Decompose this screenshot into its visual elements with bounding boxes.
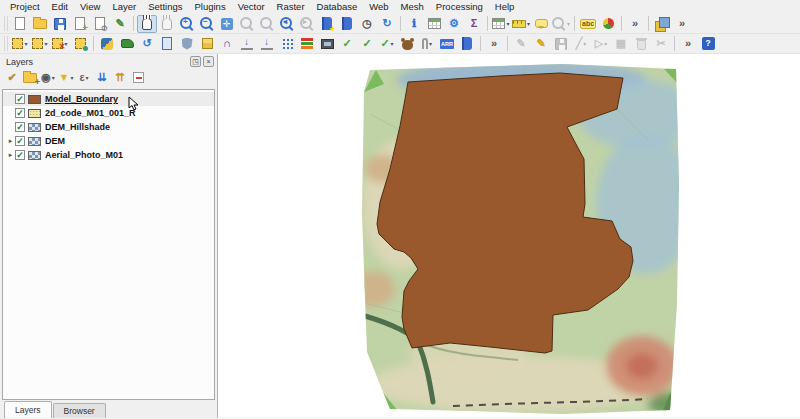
toolbar-handle[interactable] bbox=[4, 16, 8, 31]
menu-mesh[interactable]: Mesh bbox=[395, 0, 430, 14]
plugin-document[interactable] bbox=[157, 35, 177, 53]
zoom-full-extent[interactable] bbox=[217, 15, 237, 33]
panel-close-icon[interactable]: × bbox=[203, 56, 214, 67]
manage-map-themes[interactable]: ◉▾ bbox=[39, 69, 57, 87]
zoom-last[interactable]: ◂ bbox=[277, 15, 297, 33]
plugin-shield[interactable] bbox=[177, 35, 197, 53]
layer-label[interactable]: DEM bbox=[45, 136, 65, 146]
layer-row-dem_hillshade[interactable]: ✓DEM_Hillshade bbox=[3, 120, 214, 134]
save-layer-edits[interactable] bbox=[551, 35, 571, 53]
layer-labeling-options[interactable]: abc bbox=[578, 15, 598, 33]
layer-row-2d_code_m01_001_r[interactable]: ✓2d_code_M01_001_R bbox=[3, 106, 214, 120]
plugin-paperclip-dropdown-icon[interactable]: ▾ bbox=[429, 40, 432, 47]
toolbar-overflow-1[interactable]: » bbox=[625, 15, 645, 33]
layer-row-aerial_photo_m01[interactable]: ▸✓Aerial_Photo_M01 bbox=[3, 148, 214, 162]
menu-layer[interactable]: Layer bbox=[106, 0, 142, 14]
georeferencer[interactable]: ∩ bbox=[217, 35, 237, 53]
layer-visibility-checkbox[interactable]: ✓ bbox=[15, 94, 25, 104]
add-layer[interactable] bbox=[652, 15, 672, 33]
remove-layer[interactable] bbox=[129, 69, 147, 87]
menu-raster[interactable]: Raster bbox=[271, 0, 311, 14]
layer-diagram-options[interactable] bbox=[598, 15, 618, 33]
toolbar-overflow-2[interactable]: » bbox=[672, 15, 692, 33]
save-project[interactable] bbox=[50, 15, 70, 33]
measure-dropdown-icon[interactable]: ▾ bbox=[527, 20, 530, 27]
plugin-screen-capture[interactable] bbox=[317, 35, 337, 53]
panel-float-icon[interactable]: ◳ bbox=[190, 56, 201, 67]
select-features[interactable]: ▾ bbox=[10, 35, 30, 53]
layer-label[interactable]: Aerial_Photo_M01 bbox=[45, 150, 123, 160]
geometry-check-3-dropdown-icon[interactable]: ▾ bbox=[391, 40, 394, 47]
grass-tools[interactable] bbox=[117, 35, 137, 53]
add-group[interactable] bbox=[21, 69, 39, 87]
layer-row-dem[interactable]: ▸✓DEM bbox=[3, 134, 214, 148]
filter-by-expression[interactable]: ε▾ bbox=[75, 69, 93, 87]
new-spatial-bookmark[interactable] bbox=[317, 15, 337, 33]
menu-processing[interactable]: Processing bbox=[430, 0, 489, 14]
layer-visibility-checkbox[interactable]: ✓ bbox=[15, 150, 25, 160]
map-tips[interactable] bbox=[531, 15, 551, 33]
digitize-with-segment[interactable]: ╱▾ bbox=[571, 35, 591, 53]
menu-settings[interactable]: Settings bbox=[142, 0, 188, 14]
select-features-dropdown-icon[interactable]: ▾ bbox=[24, 40, 27, 47]
layer-row-model_boundary[interactable]: ✓Model_Boundary bbox=[3, 92, 214, 106]
menu-plugins[interactable]: Plugins bbox=[188, 0, 231, 14]
cut-features[interactable]: ✂ bbox=[651, 35, 671, 53]
show-layout-manager[interactable] bbox=[90, 15, 110, 33]
attribute-table-tools[interactable]: ▾ bbox=[491, 15, 511, 33]
zoom-to-selection[interactable] bbox=[237, 15, 257, 33]
toolbar-handle[interactable] bbox=[4, 36, 8, 51]
layer-label[interactable]: 2d_code_M01_001_R bbox=[45, 108, 136, 118]
plugin-import[interactable] bbox=[257, 35, 277, 53]
processing-toolbox[interactable]: ⚙ bbox=[444, 15, 464, 33]
new-project[interactable] bbox=[10, 15, 30, 33]
menu-project[interactable]: Project bbox=[4, 0, 46, 14]
pan-map[interactable] bbox=[137, 15, 157, 33]
zoom-in[interactable]: + bbox=[177, 15, 197, 33]
map-canvas[interactable] bbox=[218, 54, 800, 418]
help-plugin[interactable]: ? bbox=[698, 35, 718, 53]
refresh-map[interactable]: ↻ bbox=[377, 15, 397, 33]
plugin-bear[interactable] bbox=[397, 35, 417, 53]
zoom-to-layer[interactable] bbox=[257, 15, 277, 33]
collapse-all[interactable]: ⇈ bbox=[111, 69, 129, 87]
menu-edit[interactable]: Edit bbox=[46, 0, 74, 14]
show-spatial-bookmarks[interactable] bbox=[337, 15, 357, 33]
layer-expander-icon[interactable]: ▸ bbox=[6, 137, 15, 145]
menu-database[interactable]: Database bbox=[311, 0, 364, 14]
geometry-check-3[interactable]: ✓▾ bbox=[377, 35, 397, 53]
plugin-arr[interactable]: ARR bbox=[437, 35, 457, 53]
python-console[interactable] bbox=[97, 35, 117, 53]
layer-visibility-checkbox[interactable]: ✓ bbox=[15, 136, 25, 146]
statistical-summary[interactable]: Σ bbox=[464, 15, 484, 33]
tab-layers[interactable]: Layers bbox=[4, 401, 52, 418]
select-features-by-value-dropdown-icon[interactable]: ▾ bbox=[44, 40, 47, 47]
expand-all[interactable]: ⇊ bbox=[93, 69, 111, 87]
plugin-cube[interactable] bbox=[197, 35, 217, 53]
vertex-tool-dropdown-icon[interactable]: ▾ bbox=[604, 40, 607, 47]
plugin-blue-doc[interactable] bbox=[457, 35, 477, 53]
zoom-out[interactable]: − bbox=[197, 15, 217, 33]
style-manager[interactable]: ✎ bbox=[110, 15, 130, 33]
menu-help[interactable]: Help bbox=[489, 0, 521, 14]
identify-features[interactable]: ℹ bbox=[404, 15, 424, 33]
open-layer-styling[interactable]: ✔ bbox=[3, 69, 21, 87]
filter-by-expression-dropdown-icon[interactable]: ▾ bbox=[86, 74, 89, 81]
vertex-tool[interactable]: ▷▾ bbox=[591, 35, 611, 53]
menu-web[interactable]: Web bbox=[363, 0, 394, 14]
plugin-paperclip[interactable]: ▾ bbox=[417, 35, 437, 53]
temporal-controller[interactable]: ◷ bbox=[357, 15, 377, 33]
layer-label[interactable]: Model_Boundary bbox=[45, 94, 118, 104]
layer-visibility-checkbox[interactable]: ✓ bbox=[15, 122, 25, 132]
select-by-location[interactable] bbox=[70, 35, 90, 53]
open-project[interactable] bbox=[30, 15, 50, 33]
filter-legend[interactable]: ▼▾ bbox=[57, 69, 75, 87]
deselect-features[interactable]: ▾ bbox=[50, 35, 70, 53]
new-print-layout[interactable] bbox=[70, 15, 90, 33]
toolbar-overflow-3[interactable]: » bbox=[484, 35, 504, 53]
manage-map-themes-dropdown-icon[interactable]: ▾ bbox=[52, 74, 55, 81]
digitize-with-segment-dropdown-icon[interactable]: ▾ bbox=[583, 40, 586, 47]
toggle-editing[interactable]: ✎ bbox=[531, 35, 551, 53]
filter-legend-dropdown-icon[interactable]: ▾ bbox=[70, 74, 73, 81]
locator-search[interactable]: ▾ bbox=[551, 15, 571, 33]
